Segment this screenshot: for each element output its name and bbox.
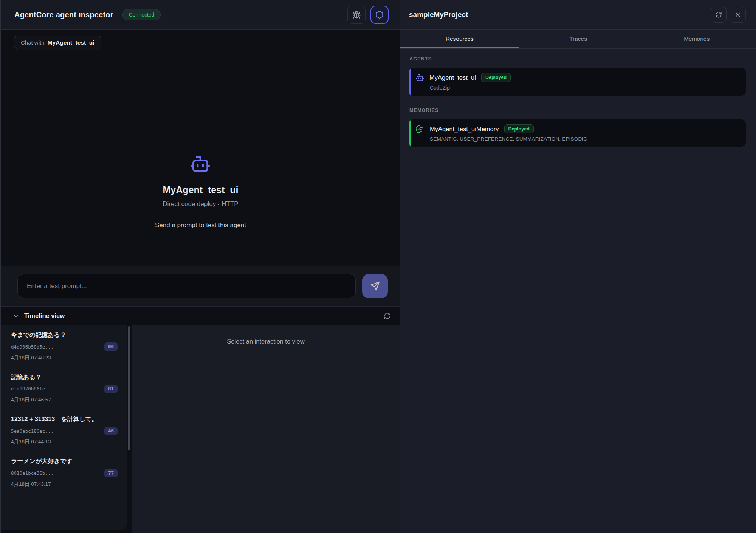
- chat-panel: AgentCore agent inspector Connected: [0, 0, 400, 533]
- agents-section-label: AGENTS: [409, 56, 746, 62]
- chat-agent-name: MyAgent_test_ui: [48, 39, 94, 46]
- inspector-toggle-button[interactable]: [370, 6, 389, 24]
- memory-name: MyAgent_test_uiMemory: [430, 126, 499, 133]
- robot-icon: [415, 73, 424, 82]
- interaction-title: 今までの記憶ある？: [11, 331, 118, 338]
- interaction-timestamp: 4月18日 07:46:57: [11, 397, 118, 403]
- tab-memories[interactable]: Memories: [637, 30, 756, 48]
- interaction-id: 8010a1bce36b...: [11, 470, 54, 476]
- interaction-timestamp: 4月18日 07:48:23: [11, 355, 118, 361]
- chat-with-chip: Chat with MyAgent_test_ui: [14, 36, 101, 50]
- interaction-title: 記憶ある？: [11, 373, 118, 381]
- tab-resources[interactable]: Resources: [400, 30, 519, 48]
- interaction-timestamp: 4月18日 07:43:17: [11, 481, 118, 488]
- chat-area: Chat with MyAgent_test_ui MyAgent_test_u…: [1, 30, 400, 266]
- bug-icon: [352, 11, 361, 19]
- interaction-list: 今までの記憶ある？ d4d906b58d5e... 66 4月18日 07:48…: [1, 325, 127, 530]
- interaction-id: efa1970b86fe...: [11, 386, 54, 392]
- interaction-title: ラーメンが大好きです: [11, 457, 118, 465]
- project-tabs: Resources Traces Memories: [400, 30, 756, 49]
- connection-status-badge: Connected: [122, 9, 161, 20]
- timeline-refresh-button[interactable]: [384, 312, 391, 319]
- project-refresh-button[interactable]: [711, 7, 727, 23]
- interaction-count-badge: 81: [104, 385, 118, 393]
- timeline-title: Timeline view: [24, 312, 65, 319]
- interaction-detail-pane: Select an interaction to view: [132, 325, 400, 533]
- left-header: AgentCore agent inspector Connected: [1, 0, 400, 30]
- detail-empty-text: Select an interaction to view: [132, 338, 400, 345]
- chat-empty-state: MyAgent_test_ui Direct code deploy · HTT…: [155, 153, 246, 229]
- interaction-id: 5ea0abc180ec...: [11, 428, 54, 434]
- prompt-input[interactable]: [17, 274, 356, 298]
- interaction-title: 12312 + 313313 を計算して。: [11, 415, 118, 423]
- project-panel: sampleMyProject Resources Traces Memorie…: [400, 0, 756, 533]
- agent-name-title: MyAgent_test_ui: [163, 184, 238, 195]
- agent-name: MyAgent_test_ui: [429, 74, 476, 81]
- close-icon: [734, 11, 741, 18]
- debug-button[interactable]: [347, 6, 366, 24]
- agent-status-badge: Deployed: [481, 73, 511, 82]
- brain-circuit-icon: [415, 124, 424, 133]
- prompt-hint-text: Send a prompt to test this agent: [155, 222, 246, 229]
- app-title: AgentCore agent inspector: [14, 11, 113, 19]
- resources-content: AGENTS MyAgent_test_ui Deployed CodeZip …: [400, 49, 756, 159]
- hexagon-icon: [375, 11, 384, 19]
- memories-section-label: MEMORIES: [409, 108, 746, 113]
- interaction-count-badge: 46: [104, 427, 118, 435]
- prompt-input-row: [1, 266, 400, 306]
- close-panel-button[interactable]: [730, 7, 746, 23]
- interaction-id: d4d906b58d5e...: [11, 344, 54, 350]
- agent-deploy-type: CodeZip: [430, 85, 739, 91]
- send-icon: [370, 281, 380, 291]
- tab-traces[interactable]: Traces: [519, 30, 638, 48]
- interaction-list-item[interactable]: ラーメンが大好きです 8010a1bce36b... 77 4月18日 07:4…: [1, 451, 127, 493]
- interaction-count-badge: 66: [104, 342, 118, 351]
- refresh-icon: [384, 312, 391, 319]
- scrollbar-thumb[interactable]: [128, 326, 130, 450]
- project-header: sampleMyProject: [400, 0, 756, 30]
- memory-status-badge: Deployed: [504, 124, 534, 133]
- interaction-list-item[interactable]: 今までの記憶ある？ d4d906b58d5e... 66 4月18日 07:48…: [1, 325, 127, 367]
- memory-strategies: SEMANTIC, USER_PREFERENCE, SUMMARIZATION…: [430, 136, 739, 142]
- interaction-timestamp: 4月18日 07:44:13: [11, 438, 118, 445]
- robot-icon: [190, 153, 211, 175]
- timeline-scrollbar[interactable]: [127, 325, 132, 533]
- interaction-list-item[interactable]: 12312 + 313313 を計算して。 5ea0abc180ec... 46…: [1, 409, 127, 451]
- interaction-list-item[interactable]: 記憶ある？ efa1970b86fe... 81 4月18日 07:46:57: [1, 367, 127, 409]
- timeline-body: 今までの記憶ある？ d4d906b58d5e... 66 4月18日 07:48…: [1, 325, 400, 533]
- send-button[interactable]: [362, 274, 388, 298]
- refresh-icon: [715, 11, 722, 18]
- agent-deploy-subtitle: Direct code deploy · HTTP: [163, 200, 238, 208]
- agent-resource-card[interactable]: MyAgent_test_ui Deployed CodeZip: [409, 68, 746, 96]
- interaction-count-badge: 77: [104, 469, 118, 477]
- project-title: sampleMyProject: [409, 11, 468, 19]
- timeline-header[interactable]: Timeline view: [1, 306, 400, 325]
- chevron-down-icon[interactable]: [12, 313, 19, 319]
- memory-resource-card[interactable]: MyAgent_test_uiMemory Deployed SEMANTIC,…: [409, 119, 746, 147]
- chat-with-label: Chat with: [21, 39, 45, 46]
